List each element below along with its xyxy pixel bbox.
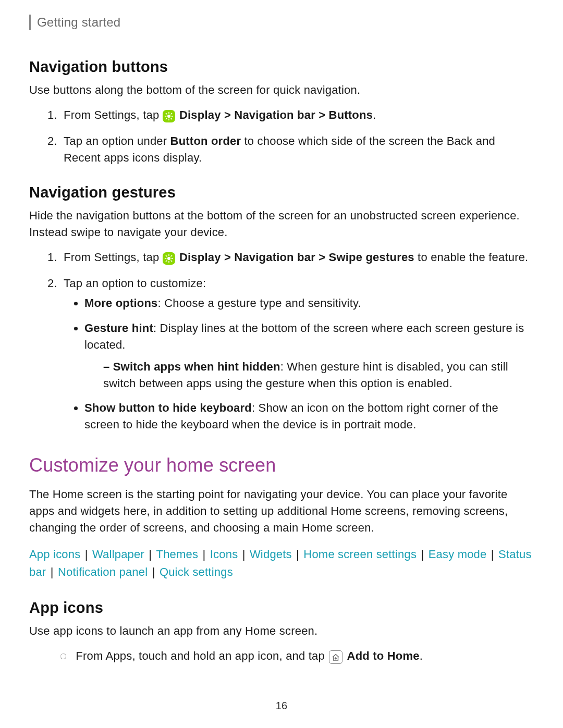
action-list: From Apps, touch and hold an app icon, a… — [29, 648, 534, 664]
list-item: Show button to hide keyboard: Show an ic… — [84, 400, 534, 433]
unordered-list: More options: Choose a gesture type and … — [64, 295, 534, 433]
text-bold: Gesture hint — [84, 322, 153, 335]
sub-list: Switch apps when hint hidden: When gestu… — [84, 359, 534, 392]
breadcrumb-accent-bar — [29, 15, 31, 30]
text-bold: Display > Navigation bar > Buttons — [179, 108, 373, 121]
separator: | — [418, 548, 427, 561]
add-to-home-icon — [329, 650, 342, 664]
list-item: Tap an option to customize: More options… — [60, 275, 534, 433]
ordered-list: From Settings, tap Display > Navigation … — [29, 107, 534, 166]
paragraph: The Home screen is the starting point fo… — [29, 486, 534, 536]
link-icons[interactable]: Icons — [210, 548, 238, 561]
display-settings-icon — [163, 110, 175, 122]
text: From Settings, tap — [64, 108, 163, 121]
heading-navigation-gestures: Navigation gestures — [29, 181, 534, 203]
svg-point-0 — [167, 115, 170, 118]
separator: | — [199, 548, 209, 561]
list-item: Gesture hint: Display lines at the botto… — [84, 320, 534, 392]
list-item: Tap an option under Button order to choo… — [60, 133, 534, 166]
list-item: From Settings, tap Display > Navigation … — [60, 249, 534, 266]
list-item: More options: Choose a gesture type and … — [84, 295, 534, 312]
separator: | — [239, 548, 249, 561]
breadcrumb-text: Getting started — [37, 14, 120, 32]
display-settings-icon — [163, 252, 175, 265]
svg-line-7 — [166, 118, 167, 119]
heading-customize-home-screen: Customize your home screen — [29, 452, 534, 479]
list-item: From Settings, tap Display > Navigation … — [60, 107, 534, 124]
text: to enable the feature. — [414, 251, 529, 264]
svg-line-16 — [166, 261, 167, 262]
svg-point-9 — [167, 257, 170, 260]
text: . — [373, 108, 376, 121]
svg-line-17 — [171, 256, 172, 257]
link-easy-mode[interactable]: Easy mode — [429, 548, 487, 561]
heading-navigation-buttons: Navigation buttons — [29, 56, 534, 78]
separator: | — [81, 548, 91, 561]
text-bold: Display > Navigation bar > Swipe gesture… — [179, 251, 414, 264]
list-item: From Apps, touch and hold an app icon, a… — [60, 648, 534, 664]
svg-line-6 — [171, 118, 172, 119]
separator: | — [145, 548, 155, 561]
text-bold: More options — [84, 297, 158, 310]
separator: | — [488, 548, 498, 561]
text: Tap an option to customize: — [64, 277, 206, 290]
text-bold: Add to Home — [347, 649, 420, 662]
paragraph: Use buttons along the bottom of the scre… — [29, 82, 534, 98]
page-number: 16 — [0, 698, 563, 713]
breadcrumb: Getting started — [29, 14, 534, 32]
links-row: App icons | Wallpaper | Themes | Icons |… — [29, 546, 534, 581]
text-bold: Show button to hide keyboard — [84, 401, 252, 414]
paragraph: Hide the navigation buttons at the botto… — [29, 207, 534, 241]
text: Tap an option under — [64, 134, 170, 147]
text: From Settings, tap — [64, 251, 163, 264]
svg-line-14 — [166, 256, 167, 257]
ordered-list: From Settings, tap Display > Navigation … — [29, 249, 534, 433]
link-widgets[interactable]: Widgets — [250, 548, 292, 561]
link-notification-panel[interactable]: Notification panel — [58, 565, 148, 578]
separator: | — [47, 565, 57, 578]
text-bold: Switch apps when hint hidden — [113, 360, 280, 373]
link-themes[interactable]: Themes — [156, 548, 199, 561]
link-app-icons[interactable]: App icons — [29, 548, 80, 561]
link-wallpaper[interactable]: Wallpaper — [92, 548, 144, 561]
svg-line-15 — [171, 261, 172, 262]
separator: | — [293, 548, 303, 561]
link-quick-settings[interactable]: Quick settings — [160, 565, 233, 578]
link-home-screen-settings[interactable]: Home screen settings — [303, 548, 417, 561]
list-item: Switch apps when hint hidden: When gestu… — [103, 359, 534, 392]
svg-line-5 — [166, 113, 167, 114]
svg-line-8 — [171, 113, 172, 114]
text-bold: Button order — [170, 134, 241, 147]
text: : Choose a gesture type and sensitivity. — [158, 297, 361, 310]
heading-app-icons: App icons — [29, 597, 534, 619]
paragraph: Use app icons to launch an app from any … — [29, 623, 534, 639]
text: . — [420, 649, 423, 662]
separator: | — [149, 565, 158, 578]
text: From Apps, touch and hold an app icon, a… — [76, 649, 328, 662]
